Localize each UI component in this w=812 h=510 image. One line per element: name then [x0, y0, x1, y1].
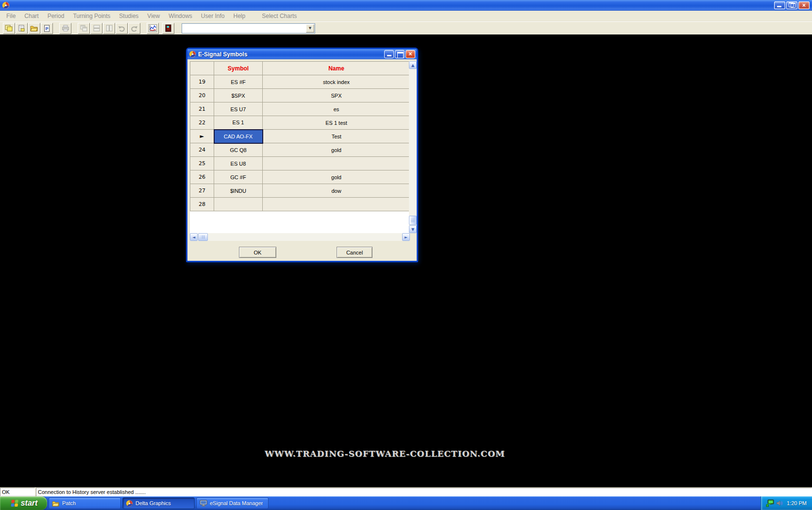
dialog-maximize-button[interactable] [395, 50, 405, 58]
combobox-dropdown-icon[interactable]: ▼ [306, 24, 314, 33]
symbol-cell[interactable]: GC Q8 [214, 143, 263, 157]
clock[interactable]: 1:20 PM [787, 500, 807, 506]
scroll-left-icon[interactable]: ◄ [190, 233, 198, 241]
menu-item[interactable]: Turning Points [68, 12, 115, 20]
open-folder-icon [30, 25, 38, 32]
row-number-cell[interactable]: 19 [190, 75, 214, 89]
volume-icon[interactable] [776, 500, 783, 507]
table-row[interactable]: 25 ES U8 [190, 157, 410, 170]
menu-item[interactable]: Chart [20, 12, 43, 20]
row-number-cell[interactable]: 21 [190, 102, 214, 116]
table-row[interactable]: 21 ES U7 es [190, 102, 410, 116]
name-cell[interactable]: gold [263, 170, 410, 184]
open-button[interactable] [28, 23, 40, 34]
close-button[interactable]: × [798, 1, 810, 9]
network-icon[interactable] [766, 499, 774, 507]
scroll-down-icon[interactable]: ▼ [409, 225, 417, 233]
vertical-scrollbar[interactable]: ▲ ▼ [409, 61, 417, 233]
chart-button[interactable] [147, 23, 159, 34]
symbol-cell[interactable] [214, 198, 263, 211]
table-row[interactable]: 24 GC Q8 gold [190, 143, 410, 157]
menu-item[interactable]: User Info [197, 12, 229, 20]
taskbar-item-patch[interactable]: Patch [49, 497, 121, 509]
horizontal-scroll-thumb[interactable] [198, 233, 208, 241]
exit-button[interactable] [162, 23, 174, 34]
name-cell[interactable]: es [263, 102, 410, 116]
tile-vertical-button[interactable] [103, 23, 115, 34]
printer-icon [62, 25, 69, 32]
ok-button[interactable]: OK [239, 247, 276, 258]
print-button[interactable] [59, 23, 71, 34]
tile-vertical-icon [106, 25, 113, 32]
table-row[interactable]: ► CAD AO-FX Test [190, 130, 410, 143]
table-row[interactable]: 19 ES #F stock index [190, 75, 410, 89]
cancel-button[interactable]: Cancel [337, 247, 372, 258]
symbol-cell[interactable]: ES U8 [214, 157, 263, 170]
row-number-cell[interactable]: 25 [190, 157, 214, 170]
row-number-cell[interactable]: 22 [190, 116, 214, 130]
symbol-cell[interactable]: ES #F [214, 75, 263, 89]
status-bar: OK Connection to History server establis… [0, 487, 812, 496]
name-cell[interactable] [263, 198, 410, 211]
scroll-right-icon[interactable]: ► [402, 233, 410, 241]
row-number-cell[interactable]: 26 [190, 170, 214, 184]
table-row[interactable]: 28 [190, 198, 410, 211]
windows-flag-icon [10, 499, 18, 507]
row-number-cell[interactable]: 24 [190, 143, 214, 157]
app-logo-icon [2, 1, 10, 9]
redo-button[interactable] [128, 23, 140, 34]
symbol-combobox[interactable]: ▼ [182, 23, 315, 34]
vertical-scroll-thumb[interactable] [409, 216, 417, 225]
menu-item[interactable]: View [143, 12, 164, 20]
main-window-controls: × [774, 1, 810, 9]
name-cell[interactable]: dow [263, 184, 410, 198]
name-cell[interactable] [263, 157, 410, 170]
name-cell[interactable]: SPX [263, 89, 410, 102]
row-number-cell[interactable]: 28 [190, 198, 214, 211]
symbol-cell[interactable]: ES 1 [214, 116, 263, 130]
symbol-cell[interactable]: GC #F [214, 170, 263, 184]
horizontal-scrollbar[interactable]: ◄ ► [190, 233, 410, 241]
row-number-cell[interactable]: ► [190, 130, 214, 143]
table-row[interactable]: 26 GC #F gold [190, 170, 410, 184]
cascade-windows-button[interactable] [78, 23, 90, 34]
start-button[interactable]: start [0, 496, 47, 510]
name-cell[interactable]: Test [263, 130, 410, 143]
delta-graphics-icon [126, 500, 133, 507]
table-row[interactable]: 27 $INDU dow [190, 184, 410, 198]
toolbar: P ▼ [0, 21, 812, 34]
taskbar-item-delta-graphics[interactable]: Delta Graphics [122, 497, 195, 509]
menu-item[interactable]: Select Charts [257, 12, 301, 20]
menu-item[interactable]: Period [43, 12, 69, 20]
menu-item[interactable]: Help [229, 12, 250, 20]
print-preview-button[interactable] [16, 23, 28, 34]
scroll-up-icon[interactable]: ▲ [409, 61, 417, 69]
menu-item[interactable]: Windows [164, 12, 197, 20]
table-row[interactable]: 20 $SPX SPX [190, 89, 410, 102]
page-setup-button[interactable]: P [41, 23, 53, 34]
row-number-cell[interactable]: 20 [190, 89, 214, 102]
menu-item[interactable]: File [2, 12, 20, 20]
name-cell[interactable]: gold [263, 143, 410, 157]
task-label: Delta Graphics [135, 500, 171, 506]
taskbar-item-esignal-data-manager[interactable]: eSignal Data Manager [196, 497, 269, 509]
minimize-button[interactable] [774, 1, 785, 9]
name-cell[interactable]: ES 1 test [263, 116, 410, 130]
name-cell[interactable]: stock index [263, 75, 410, 89]
symbol-cell[interactable]: $INDU [214, 184, 263, 198]
undo-button[interactable] [116, 23, 128, 34]
symbol-cell[interactable]: CAD AO-FX [214, 130, 263, 143]
esignal-symbols-dialog: E-Signal Symbols × Symbol Name [186, 48, 418, 262]
copy-button[interactable] [3, 23, 15, 34]
symbol-cell[interactable]: $SPX [214, 89, 263, 102]
menu-item[interactable]: Studies [115, 12, 143, 20]
tile-horizontal-button[interactable] [90, 23, 102, 34]
dialog-minimize-button[interactable] [384, 50, 394, 58]
dialog-close-button[interactable]: × [406, 50, 415, 58]
symbol-cell[interactable]: ES U7 [214, 102, 263, 116]
copy-icon [5, 25, 13, 32]
dialog-titlebar[interactable]: E-Signal Symbols × [187, 49, 417, 59]
table-row[interactable]: 22 ES 1 ES 1 test [190, 116, 410, 130]
restore-button[interactable] [786, 1, 797, 9]
row-number-cell[interactable]: 27 [190, 184, 214, 198]
